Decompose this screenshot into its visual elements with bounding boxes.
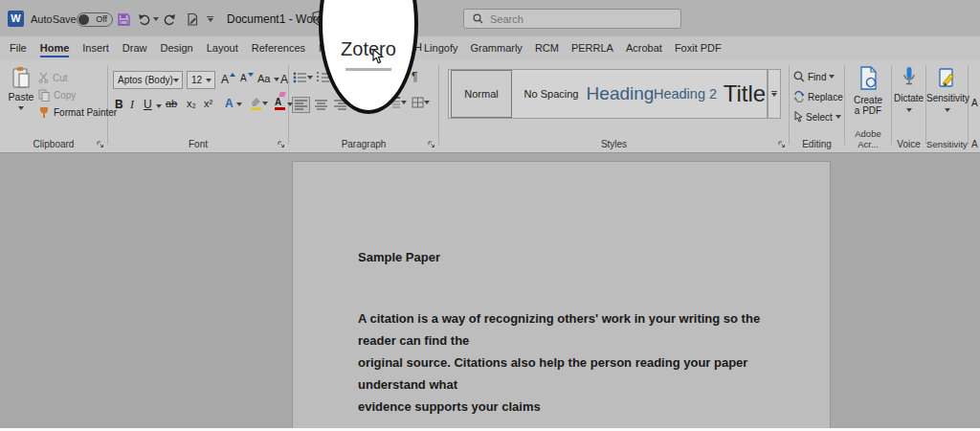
sensitivity-button-label: Sensitivity [926,93,968,103]
borders-button[interactable] [412,97,430,108]
doc-body-line: A citation is a way of recognizing other… [358,307,769,352]
tab-insert[interactable]: Insert [82,39,109,57]
tab-foxit-pdf[interactable]: Foxit PDF [675,39,722,57]
find-caret [829,75,835,79]
redo-icon [163,12,176,26]
italic-button[interactable]: I [130,98,134,112]
change-case-button[interactable]: Aa [257,73,279,84]
dictate-caret [906,108,912,112]
save-icon [117,12,131,27]
replace-icon [793,91,805,102]
acrobat-group-label: Adobe Acr... [845,128,891,149]
sensitivity-group-label: Sensitivity [926,139,968,149]
paragraph-group-label: Paragraph [289,139,438,149]
undo-icon [138,12,151,26]
select-button[interactable]: Select [793,109,841,125]
dictate-button[interactable]: Dictate [892,66,925,114]
clear-formatting-button[interactable]: A [280,73,288,100]
strikethrough-button[interactable]: ab [166,98,177,109]
styles-dialog-launcher-icon[interactable] [778,141,786,148]
customize-qat-button[interactable] [207,11,213,28]
style-normal[interactable]: Normal [451,70,512,118]
customize-caret [208,18,213,22]
undo-dropdown-caret[interactable] [153,17,159,21]
style-heading-1[interactable]: Heading [589,70,652,118]
font-size-value: 12 [191,75,202,85]
create-pdf-button[interactable]: Create a PDF [845,66,891,116]
cut-label: Cut [53,73,68,83]
shrink-font-button[interactable]: A [240,73,254,83]
superscript-button[interactable]: x² [204,98,212,109]
paste-button[interactable]: Paste [6,66,36,125]
paste-dropdown-caret[interactable] [18,106,24,110]
underline-caret[interactable] [156,104,162,108]
styles-more-caret [771,93,777,97]
tab-rcm[interactable]: RCM [535,39,559,57]
ribbon-tab-row: File Home Insert Draw Design Layout Refe… [0,36,980,60]
save-button[interactable] [117,11,131,28]
style-no-spacing[interactable]: No Spacing [518,70,585,118]
replace-button[interactable]: Replace [793,89,843,104]
select-caret [835,115,841,119]
grow-font-button[interactable]: A [221,73,235,86]
tab-draw[interactable]: Draw [122,39,147,57]
tab-perrla[interactable]: PERRLA [571,39,613,57]
clipboard-dialog-launcher-icon[interactable] [97,141,104,148]
clipboard-group-label: Clipboard [0,139,107,149]
text-effects-button[interactable]: A [225,97,242,110]
toggle-knob [78,14,89,25]
tab-lingofy[interactable]: Lingofy [424,39,457,57]
editor-mode-button[interactable] [186,11,199,28]
select-label: Select [806,112,833,123]
clipped-button-text[interactable]: A [971,98,978,108]
tab-references[interactable]: References [252,39,305,57]
paragraph-dialog-launcher-icon[interactable] [428,141,435,148]
bold-button[interactable]: B [115,98,123,111]
styles-gallery: Normal No Spacing Heading Heading 2 Titl… [448,69,768,119]
clipped-group: A A [969,60,980,153]
search-input[interactable] [490,13,662,25]
tab-file[interactable]: File [10,39,27,57]
ribbon: Paste Cut Copy Format Painter Clipboard … [0,60,980,153]
tab-design[interactable]: Design [160,39,192,57]
doc-body-text: A citation is a way of recognizing other… [358,307,769,418]
adobe-acrobat-group: Create a PDF Adobe Acr... [845,60,891,153]
font-name-combo[interactable]: Aptos (Body) [113,71,183,89]
tab-home[interactable]: Home [40,39,70,57]
find-button[interactable]: Find [793,69,835,84]
font-color-button[interactable]: A [275,97,285,110]
underline-button[interactable]: U [144,98,152,111]
style-heading-2[interactable]: Heading 2 [656,70,715,118]
font-size-combo[interactable]: 12 [187,71,215,89]
highlight-button[interactable] [250,97,268,110]
tab-layout[interactable]: Layout [207,39,238,57]
redo-button[interactable] [163,11,176,28]
format-painter-icon [38,106,50,119]
doc-heading-text: Sample Paper [358,250,440,264]
styles-more-button[interactable] [768,69,781,119]
show-formatting-button[interactable]: ¶ [412,70,417,83]
copy-button[interactable]: Copy [38,87,76,102]
bullets-button[interactable] [293,72,313,83]
font-name-value: Aptos (Body) [118,75,173,85]
cut-button[interactable]: Cut [38,70,68,85]
document-pencil-icon [186,12,199,27]
format-painter-button[interactable]: Format Painter [38,104,117,120]
style-title[interactable]: Title [719,70,770,118]
align-left-button[interactable] [292,97,310,113]
font-dialog-launcher-icon[interactable] [278,141,285,148]
tab-acrobat[interactable]: Acrobat [626,39,662,57]
align-center-button[interactable] [312,97,330,113]
search-box[interactable] [463,9,681,29]
subscript-button[interactable]: x₂ [187,98,196,109]
tabs-right-cluster: Lingofy Grammarly RCM PERRLA Acrobat Fox… [424,36,722,60]
autosave-toggle[interactable]: Off [77,12,113,27]
tab-grammarly[interactable]: Grammarly [470,39,522,57]
styles-more-bar [771,91,777,92]
customize-bar [207,16,213,17]
tab-zotero[interactable]: Zotero [323,38,414,60]
undo-button[interactable] [138,11,159,28]
sensitivity-button[interactable]: Sensitivity [926,66,968,114]
borders-icon [412,97,424,108]
document-page[interactable]: Sample Paper A citation is a way of reco… [292,161,831,428]
